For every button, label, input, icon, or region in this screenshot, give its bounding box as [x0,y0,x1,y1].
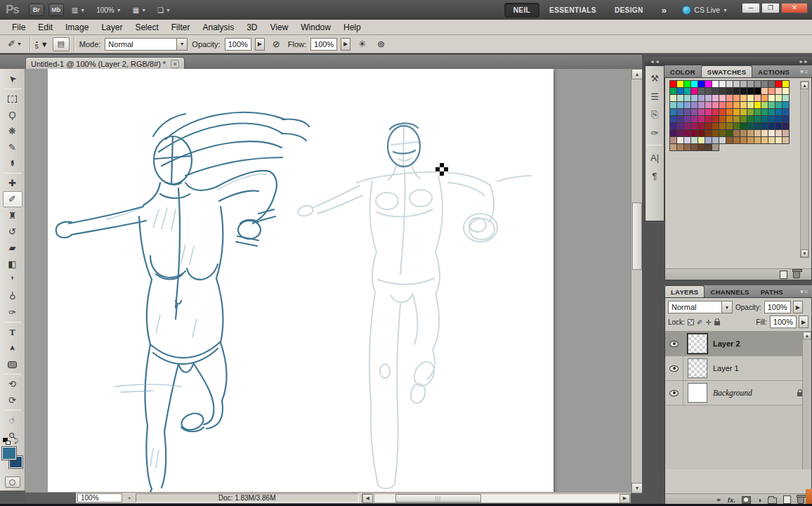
brush-panel-icon[interactable]: ☰ [647,89,662,104]
3d-orbit-tool[interactable]: ⟳ [3,392,22,408]
eye-icon[interactable] [669,365,679,372]
rectangular-marquee-tool[interactable] [3,91,22,107]
blend-mode-select[interactable]: Normal ▼ [105,38,188,51]
launch-mini-bridge-button[interactable]: Mb [48,4,64,16]
layer-thumbnail[interactable] [688,334,707,353]
swatches-scrollbar[interactable]: ▲ ▼ [800,81,809,258]
scroll-up-icon[interactable]: ▲ [803,332,811,339]
swap-colors-icon[interactable]: ⤸ [15,437,18,445]
screen-mode-dropdown[interactable]: ❏▼ [154,5,174,15]
lock-all-icon[interactable] [714,321,720,325]
workspace-neil[interactable]: NEIL [504,3,539,18]
cs-live-button[interactable]: CS Live ▼ [676,6,733,15]
layer-row-layer-2[interactable]: Layer 2 [665,332,811,356]
layers-tab-paths[interactable]: PATHS [755,286,789,297]
paragraph-panel-icon[interactable]: ¶ [647,168,662,183]
delete-layer-icon[interactable] [797,496,804,504]
color-swatch[interactable] [782,136,790,144]
eraser-tool[interactable]: ▰ [3,240,22,256]
menu-view[interactable]: View [263,20,294,34]
lock-paint-icon[interactable]: ✐ [697,318,702,326]
blur-tool[interactable]: ❜ [3,272,22,288]
collapse-dock-strip-button[interactable]: ◄◄ [645,57,664,65]
layer-fill-input[interactable]: 100% [770,316,797,328]
menu-layer[interactable]: Layer [95,20,129,34]
layer-opacity-input[interactable]: 100% [764,301,791,313]
layers-tab-layers[interactable]: LAYERS [664,285,705,297]
tool-preset-picker[interactable]: ✐ ▼ [4,37,25,51]
move-tool[interactable]: ➤ [3,71,22,87]
close-document-icon[interactable]: ✕ [171,60,179,68]
canvas[interactable] [48,69,554,492]
scroll-left-icon[interactable]: ◀ [362,494,373,503]
airbrush-toggle-icon[interactable]: ✳ [355,37,369,51]
layers-tab-channels[interactable]: CHANNELS [705,286,754,297]
add-layer-mask-icon[interactable] [742,496,751,504]
hand-tool[interactable]: ☞ [3,412,22,428]
layer-list-scrollbar[interactable]: ▲ [802,332,811,469]
lasso-tool[interactable]: Ϙ [3,107,22,123]
default-colors-icon[interactable] [3,438,10,445]
eyedropper-tool[interactable]: ✒ [3,155,22,171]
new-swatch-button[interactable] [780,271,787,279]
eye-icon[interactable] [669,390,679,396]
menu-window[interactable]: Window [294,20,337,34]
view-extras-dropdown[interactable]: ▥▼ [68,5,89,15]
delete-swatch-button[interactable] [793,271,800,278]
visibility-cell[interactable] [665,356,683,380]
spot-healing-brush-tool[interactable]: ✚ [3,175,22,191]
path-selection-tool[interactable]: ➤ [3,340,22,356]
clone-stamp-tool[interactable]: ♜ [3,207,22,223]
brush-presets-panel-icon[interactable]: ✑ [647,125,662,141]
opacity-slider-button[interactable]: ▶ [255,38,265,51]
visibility-cell[interactable] [665,381,683,405]
layer-row-background[interactable]: Background [665,381,811,406]
menu-3d[interactable]: 3D [240,20,263,34]
scroll-right-icon[interactable]: ▶ [620,494,630,503]
workspace-design[interactable]: DESIGN [606,4,652,17]
history-brush-tool[interactable]: ↺ [3,223,22,240]
canvas-horizontal-scrollbar[interactable]: ◀ ||| ▶ [374,493,631,503]
restore-button[interactable]: ❐ [761,3,780,13]
toggle-brush-panel-button[interactable]: ▤ [53,37,70,51]
minimize-button[interactable]: ─ [742,3,760,13]
layer-thumbnail[interactable] [688,358,707,378]
lock-position-icon[interactable]: ✛ [705,318,711,326]
pen-tool[interactable]: ✑ [3,304,22,320]
menu-analysis[interactable]: Analysis [196,20,240,34]
brush-tool[interactable]: ✐ [3,191,22,207]
character-panel-icon[interactable]: A| [647,150,662,165]
gradient-tool[interactable]: ◧ [3,256,22,272]
tool-presets-panel-icon[interactable]: ⚒ [647,70,662,86]
opacity-input[interactable]: 100% [225,38,251,51]
flow-slider-button[interactable]: ▶ [341,38,351,51]
crop-slice-tool[interactable]: ✎ [3,139,22,155]
adjustment-layer-icon[interactable]: ◑ [757,496,761,504]
menu-filter[interactable]: Filter [165,20,197,34]
scroll-down-icon[interactable]: ▼ [631,483,643,493]
status-zoom-field[interactable]: 100% [77,493,122,502]
flow-input[interactable]: 100% [310,38,337,51]
menu-help[interactable]: Help [337,20,367,34]
link-layers-icon[interactable]: ⚭ [715,496,721,504]
swatches-tab-swatches[interactable]: SWATCHES [701,65,753,77]
type-tool[interactable]: T [3,324,22,340]
eye-icon[interactable] [669,341,679,347]
menu-file[interactable]: File [6,20,32,34]
vertical-scroll-thumb[interactable] [632,202,642,270]
arrange-documents-dropdown[interactable]: ▦▼ [129,5,150,15]
layer-blend-mode-select[interactable]: Normal ▼ [668,301,733,313]
quick-selection-tool[interactable]: ❋ [3,123,22,139]
menu-image[interactable]: Image [59,20,95,34]
foreground-color-swatch[interactable] [2,447,16,460]
layer-opacity-slider-button[interactable]: ▶ [793,301,803,313]
tablet-pressure-size-icon[interactable]: ⊚ [374,37,388,51]
new-group-icon[interactable] [768,498,777,504]
scroll-up-icon[interactable]: ▲ [631,69,643,79]
launch-bridge-button[interactable]: Br [29,4,44,16]
new-layer-icon[interactable] [783,495,791,504]
visibility-cell[interactable] [665,332,683,356]
layer-effects-icon[interactable]: fx. [728,496,735,504]
layer-thumbnail[interactable] [688,383,707,403]
zoom-level-dropdown[interactable]: 100%▼ [93,5,125,15]
